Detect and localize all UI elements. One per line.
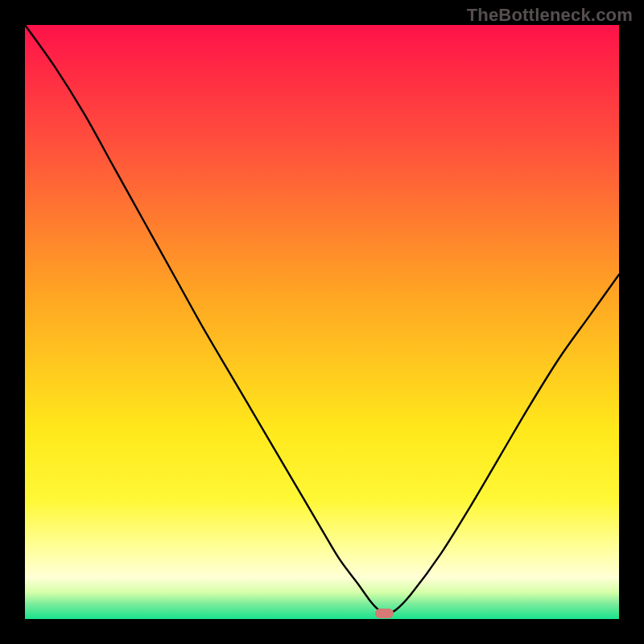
watermark-text: TheBottleneck.com	[467, 5, 633, 26]
plot-area	[25, 25, 619, 619]
chart-frame: TheBottleneck.com	[0, 0, 644, 644]
optimum-marker	[375, 609, 394, 618]
bottleneck-curve	[25, 25, 619, 619]
